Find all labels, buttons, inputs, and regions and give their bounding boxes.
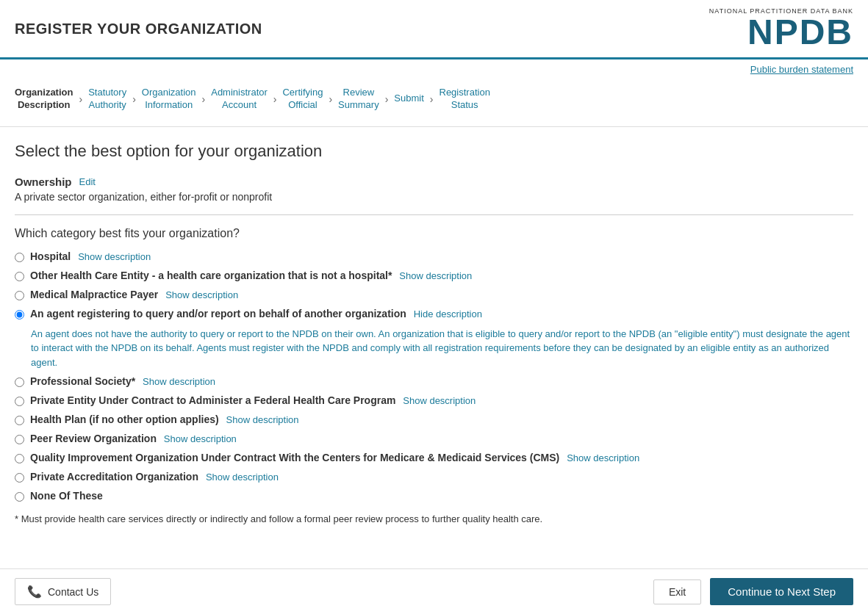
- hospital-text: Hospital: [30, 250, 71, 262]
- breadcrumb-label-org-desc: OrganizationDescription: [15, 87, 73, 112]
- chevron-icon-1: ›: [79, 93, 82, 105]
- breadcrumb-item-certifying[interactable]: CertifyingOfficial: [282, 87, 323, 112]
- burden-link[interactable]: Public burden statement: [0, 59, 868, 79]
- label-other-health[interactable]: Other Health Care Entity - a health care…: [30, 270, 472, 281]
- footer: 📞 Contact Us Exit Continue to Next Step: [0, 568, 868, 593]
- breadcrumb-item-review[interactable]: ReviewSummary: [338, 87, 379, 112]
- ownership-label: Ownership: [15, 176, 72, 188]
- breadcrumb-label-reg-status: RegistrationStatus: [440, 87, 490, 112]
- breadcrumb-item-reg-status[interactable]: RegistrationStatus: [440, 87, 490, 112]
- contact-label: Contact Us: [48, 586, 98, 593]
- breadcrumb-item-org-desc[interactable]: OrganizationDescription: [15, 87, 73, 112]
- footnote: * Must provide health care services dire…: [15, 512, 853, 527]
- option-professional: Professional Society* Show description: [15, 375, 853, 387]
- radio-hospital[interactable]: [15, 253, 24, 262]
- radio-health-plan[interactable]: [15, 416, 24, 425]
- none-text: None Of These: [30, 490, 103, 502]
- radio-agent[interactable]: [15, 310, 24, 319]
- breadcrumb-label-review: ReviewSummary: [338, 87, 379, 112]
- breadcrumb-label-admin: AdministratorAccount: [211, 87, 268, 112]
- breadcrumb-item-org-info[interactable]: OrganizationInformation: [142, 87, 196, 112]
- private-entity-text: Private Entity Under Contract to Adminis…: [30, 394, 395, 406]
- show-desc-malpractice[interactable]: Show description: [165, 289, 238, 300]
- radio-accreditation[interactable]: [15, 473, 24, 483]
- label-private-entity[interactable]: Private Entity Under Contract to Adminis…: [30, 394, 476, 406]
- continue-button[interactable]: Continue to Next Step: [710, 578, 853, 593]
- label-professional[interactable]: Professional Society* Show description: [30, 375, 215, 387]
- breadcrumb-label-certifying: CertifyingOfficial: [282, 87, 323, 112]
- other-health-text: Other Health Care Entity - a health care…: [30, 270, 392, 281]
- ownership-description: A private sector organization, either fo…: [15, 191, 853, 203]
- label-quality[interactable]: Quality Improvement Organization Under C…: [30, 452, 639, 463]
- label-none[interactable]: None Of These: [30, 490, 103, 502]
- agent-description: An agent does not have the authority to …: [31, 327, 853, 370]
- chevron-icon-4: ›: [273, 93, 277, 105]
- show-desc-health-plan[interactable]: Show description: [226, 414, 299, 425]
- show-desc-accreditation[interactable]: Show description: [206, 472, 279, 483]
- option-private-entity: Private Entity Under Contract to Adminis…: [15, 394, 853, 406]
- ownership-section: Ownership Edit A private sector organiza…: [15, 176, 853, 215]
- ownership-edit-link[interactable]: Edit: [79, 176, 96, 187]
- label-hospital[interactable]: Hospital Show description: [30, 250, 151, 262]
- chevron-icon-6: ›: [385, 93, 389, 105]
- option-hospital: Hospital Show description: [15, 250, 853, 262]
- show-desc-other-health[interactable]: Show description: [399, 270, 472, 281]
- chevron-icon-2: ›: [132, 93, 136, 105]
- logo-text: NPDB: [709, 15, 853, 50]
- radio-malpractice[interactable]: [15, 291, 24, 300]
- label-accreditation[interactable]: Private Accreditation Organization Show …: [30, 471, 279, 483]
- breadcrumb-item-submit[interactable]: Submit: [394, 93, 423, 105]
- hide-desc-agent[interactable]: Hide description: [414, 308, 482, 319]
- chevron-icon-5: ›: [329, 93, 332, 105]
- label-malpractice[interactable]: Medical Malpractice Payer Show descripti…: [30, 289, 238, 300]
- breadcrumb-label-org-info: OrganizationInformation: [142, 87, 196, 112]
- show-desc-professional[interactable]: Show description: [143, 376, 215, 387]
- radio-other-health[interactable]: [15, 272, 24, 281]
- radio-private-entity[interactable]: [15, 397, 24, 406]
- option-agent: An agent registering to query and/or rep…: [15, 308, 853, 319]
- peer-review-text: Peer Review Organization: [30, 433, 157, 444]
- label-health-plan[interactable]: Health Plan (if no other option applies)…: [30, 413, 299, 425]
- option-none: None Of These: [15, 490, 853, 502]
- option-other-health: Other Health Care Entity - a health care…: [15, 270, 853, 281]
- phone-icon: 📞: [27, 585, 42, 593]
- option-accreditation: Private Accreditation Organization Show …: [15, 471, 853, 483]
- footer-right: Exit Continue to Next Step: [653, 578, 853, 593]
- show-desc-hospital[interactable]: Show description: [78, 251, 151, 262]
- show-desc-private-entity[interactable]: Show description: [403, 395, 476, 406]
- page-header: REGISTER YOUR ORGANIZATION National Prac…: [0, 0, 868, 59]
- option-malpractice: Medical Malpractice Payer Show descripti…: [15, 289, 853, 300]
- exit-button[interactable]: Exit: [653, 579, 701, 593]
- show-desc-peer-review[interactable]: Show description: [164, 433, 237, 444]
- label-agent[interactable]: An agent registering to query and/or rep…: [30, 308, 482, 319]
- breadcrumb-label-submit: Submit: [394, 93, 423, 105]
- radio-none[interactable]: [15, 492, 24, 502]
- page-title: REGISTER YOUR ORGANIZATION: [15, 21, 262, 37]
- quality-text: Quality Improvement Organization Under C…: [30, 452, 559, 463]
- logo-area: National Practitioner Data Bank NPDB: [709, 7, 853, 50]
- chevron-icon-7: ›: [430, 93, 434, 105]
- professional-text: Professional Society*: [30, 375, 135, 387]
- breadcrumb-item-admin[interactable]: AdministratorAccount: [211, 87, 268, 112]
- breadcrumb: OrganizationDescription › StatutoryAutho…: [0, 79, 868, 127]
- breadcrumb-label-statutory: StatutoryAuthority: [88, 87, 126, 112]
- main-content: Select the best option for your organiza…: [0, 127, 868, 541]
- breadcrumb-item-statutory[interactable]: StatutoryAuthority: [88, 87, 126, 112]
- agent-text: An agent registering to query and/or rep…: [30, 308, 406, 319]
- option-quality: Quality Improvement Organization Under C…: [15, 452, 853, 463]
- select-option-title: Select the best option for your organiza…: [15, 142, 853, 161]
- label-peer-review[interactable]: Peer Review Organization Show descriptio…: [30, 433, 237, 444]
- contact-us-button[interactable]: 📞 Contact Us: [15, 578, 111, 593]
- radio-quality[interactable]: [15, 454, 24, 463]
- show-desc-quality[interactable]: Show description: [567, 452, 639, 463]
- radio-professional[interactable]: [15, 378, 24, 387]
- health-plan-text: Health Plan (if no other option applies): [30, 413, 219, 425]
- accreditation-text: Private Accreditation Organization: [30, 471, 198, 483]
- option-peer-review: Peer Review Organization Show descriptio…: [15, 433, 853, 444]
- option-health-plan: Health Plan (if no other option applies)…: [15, 413, 853, 425]
- chevron-icon-3: ›: [202, 93, 206, 105]
- ownership-header: Ownership Edit: [15, 176, 853, 188]
- malpractice-text: Medical Malpractice Payer: [30, 289, 158, 300]
- radio-peer-review[interactable]: [15, 435, 24, 444]
- category-question: Which category best fits your organizati…: [15, 227, 853, 240]
